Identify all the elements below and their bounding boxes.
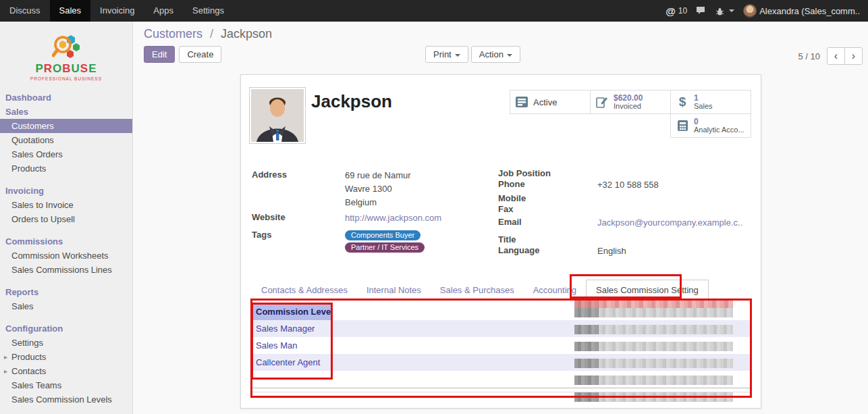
redacted-region (574, 359, 733, 368)
chevron-right-icon: ▸ (4, 351, 7, 363)
menu-header-reports[interactable]: Reports (0, 285, 132, 299)
sidebar: PROBUSE PROFESSIONAL BUSINESS Dashboard … (0, 22, 133, 414)
column-header-commission-level[interactable]: Commission Level (252, 303, 331, 320)
language-value: English (597, 246, 626, 256)
top-menu-invoicing[interactable]: Invoicing (90, 0, 144, 22)
invoice-icon (595, 96, 609, 108)
logo-title: PROBUSE (16, 62, 117, 76)
sidebar-menu: Dashboard Sales Customers Quotations Sal… (0, 90, 132, 407)
sidebar-item-sales-teams[interactable]: Sales Teams (0, 378, 132, 392)
breadcrumb-current: Jackpson (221, 27, 272, 41)
menu-header-sales[interactable]: Sales (0, 105, 132, 119)
top-menu-apps[interactable]: Apps (144, 0, 183, 22)
edit-button[interactable]: Edit (144, 46, 175, 63)
user-menu[interactable]: Alexandra (Sales_comm.. (743, 4, 860, 18)
tag-badge-partner-it-services: Partner / IT Services (345, 242, 425, 253)
sidebar-item-settings[interactable]: Settings (0, 336, 132, 350)
sidebar-item-config-products[interactable]: ▸Products (0, 350, 132, 364)
analytic-stat-button[interactable]: 0 Analytic Acco... (670, 113, 751, 138)
stat-label: Invoiced (614, 102, 643, 110)
top-menu: Discuss Sales Invoicing Apps Settings (0, 0, 234, 22)
sidebar-item-orders-to-upsell[interactable]: Orders to Upsell (0, 212, 132, 226)
tab-sales-commission-setting[interactable]: Sales Commission Setting (586, 280, 709, 301)
record-title: Jackpson (311, 91, 392, 112)
logo-subtitle: PROFESSIONAL BUSINESS (16, 76, 117, 81)
menu-header-dashboard[interactable]: Dashboard (0, 90, 132, 105)
language-label: Language (498, 245, 539, 255)
stat-label: Active (533, 97, 557, 107)
sales-icon: $ (675, 95, 690, 109)
job-position-label: Job Position (498, 168, 551, 178)
active-icon (514, 96, 529, 108)
user-name: Alexandra (Sales_comm.. (759, 6, 860, 16)
messaging-menu[interactable]: @ 10 (666, 5, 687, 17)
email-link[interactable]: Jackpson@yourcompany.example.c.. (597, 217, 742, 228)
menu-header-configuration[interactable]: Configuration (0, 321, 132, 336)
user-avatar (743, 4, 757, 18)
main-content: Customers / Jackpson Edit Create Print A… (133, 22, 868, 414)
sidebar-item-products[interactable]: Products (0, 161, 132, 176)
breadcrumb-parent[interactable]: Customers (144, 27, 202, 41)
top-menu-discuss[interactable]: Discuss (0, 0, 50, 22)
menu-header-invoicing[interactable]: Invoicing (0, 184, 132, 198)
phone-label: Phone (498, 179, 525, 189)
top-menu-settings[interactable]: Settings (183, 0, 234, 22)
redacted-region (574, 299, 733, 309)
action-dropdown-button[interactable]: Action (471, 46, 520, 63)
breadcrumb: Customers / Jackpson (144, 27, 272, 41)
menu-header-commissions[interactable]: Commissions (0, 234, 132, 249)
table-footer-line (252, 388, 752, 388)
chat-button[interactable] (696, 6, 707, 16)
debug-menu[interactable] (715, 7, 734, 16)
active-stat-button[interactable]: Active (510, 90, 591, 114)
chat-icon (696, 6, 707, 16)
pager-previous-button[interactable]: ‹ (827, 47, 845, 65)
chevron-down-icon (729, 9, 734, 15)
stat-value: 1 (694, 94, 713, 102)
app-window: Discuss Sales Invoicing Apps Settings @ … (0, 0, 868, 414)
sidebar-item-commission-worksheets[interactable]: Commission Worksheets (0, 249, 132, 263)
address-line: Wavre 1300 (345, 184, 392, 194)
sales-stat-button[interactable]: $ 1 Sales (670, 90, 751, 114)
pager-next-button[interactable]: › (844, 47, 863, 65)
redacted-region (574, 376, 733, 385)
invoiced-stat-button[interactable]: $620.00 Invoiced (590, 90, 671, 114)
chevron-down-icon (507, 54, 512, 59)
sidebar-item-sales-commission-levels[interactable]: Sales Commission Levels (0, 392, 132, 407)
sidebar-item-sales-to-invoice[interactable]: Sales to Invoice (0, 198, 132, 212)
cell-commission-level: Sales Man (252, 337, 331, 354)
tab-sales-purchases[interactable]: Sales & Purchases (431, 280, 524, 300)
phone-value: +32 10 588 558 (597, 180, 659, 190)
stat-value: 0 (694, 118, 744, 126)
tags-label: Tags (252, 230, 271, 240)
stat-button-box: Active $620.00 Invoiced $ 1 Sales (510, 90, 751, 138)
notebook-tabbar: Contacts & Addresses Internal Notes Sale… (252, 280, 752, 301)
tab-contacts-addresses[interactable]: Contacts & Addresses (252, 280, 357, 300)
tab-accounting[interactable]: Accounting (524, 280, 586, 300)
create-button[interactable]: Create (179, 46, 221, 63)
redacted-region (574, 342, 733, 351)
sidebar-item-sales-commissions-lines[interactable]: Sales Commissions Lines (0, 263, 132, 277)
tab-internal-notes[interactable]: Internal Notes (357, 280, 431, 300)
sidebar-item-quotations[interactable]: Quotations (0, 133, 132, 147)
top-menu-sales[interactable]: Sales (50, 0, 91, 22)
probuse-logo: PROBUSE PROFESSIONAL BUSINESS (16, 32, 117, 81)
email-label: Email (498, 217, 522, 227)
address-line: Belgium (345, 197, 377, 207)
sidebar-item-customers[interactable]: Customers (0, 119, 132, 133)
sidebar-item-config-contacts[interactable]: ▸Contacts (0, 364, 132, 378)
probuse-logo-icon (52, 32, 80, 62)
sidebar-item-sales-orders[interactable]: Sales Orders (0, 147, 132, 161)
print-dropdown-button[interactable]: Print (425, 46, 468, 63)
sidebar-item-reports-sales[interactable]: Sales (0, 299, 132, 313)
title-label: Title (498, 234, 516, 244)
stat-value: $620.00 (614, 94, 643, 102)
cell-commission-level: Callcenter Agent (252, 354, 331, 371)
cell-commission-level: Sales Manager (252, 320, 331, 337)
mobile-label: Mobile (498, 193, 526, 203)
action-label: Action (479, 49, 504, 59)
fax-label: Fax (498, 204, 513, 214)
website-link[interactable]: http://www.jackpson.com (345, 213, 441, 223)
messaging-count: 10 (678, 6, 687, 16)
sidebar-item-label: Contacts (11, 366, 46, 376)
